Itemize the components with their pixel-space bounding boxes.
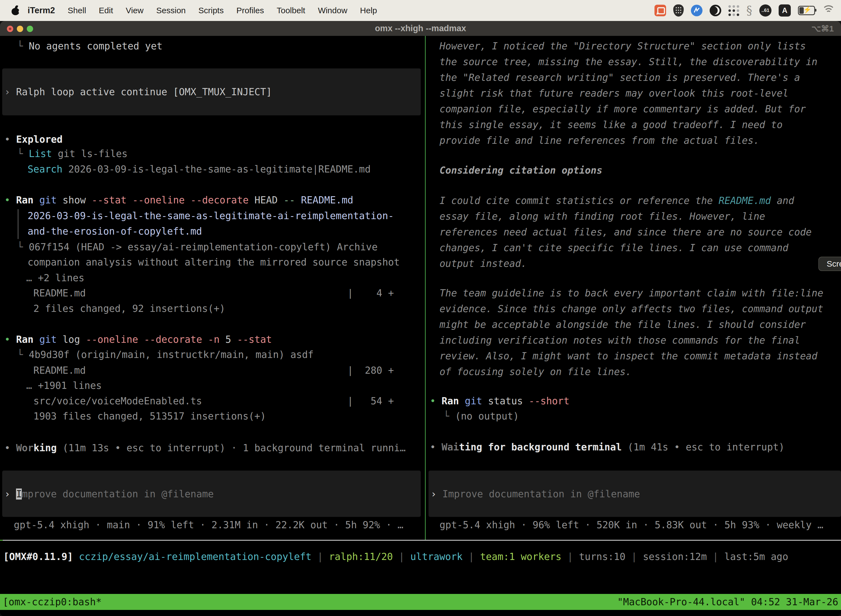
ran-git-show: • Ran git show --stat --oneline --decora… [4, 192, 353, 208]
menu-status-icons: § ..61 A ⚡ [655, 4, 835, 16]
menu-item-session[interactable]: Session [156, 6, 186, 15]
terminal-line: README.md | 4 + [28, 285, 394, 301]
blue-badge-icon[interactable] [691, 5, 702, 16]
omx-status-bar: [OMX#0.11.9] cczip/essay/ai-reimplementa… [3, 549, 788, 565]
right-model-status: gpt-5.4 xhigh · 96% left · 520K in · 5.8… [440, 517, 823, 533]
menu-item-view[interactable]: View [126, 6, 144, 15]
dark-moon-icon[interactable] [710, 5, 721, 16]
terminal-line: … +1901 lines [26, 378, 102, 393]
explored-list-line: └ List git ls-files [17, 146, 127, 162]
terminal-line: └ (no output) [443, 408, 519, 424]
terminal-line: companion file, especially if more comme… [440, 101, 806, 117]
right-prompt-text: › Improve documentation in @filename [431, 486, 640, 502]
status-separator-accent [0, 540, 3, 541]
ralph-loop-line: › Ralph loop active continue [OMX_TMUX_I… [4, 84, 272, 100]
terminal-line: might be acceptable alongside the file l… [440, 317, 806, 333]
battery-icon[interactable]: ⚡ [798, 6, 815, 15]
explored-header: • Explored [4, 131, 63, 147]
menu-item-help[interactable]: Help [360, 6, 377, 15]
waiting-status: • Waiting for background terminal (1m 41… [430, 439, 784, 455]
terminal-line: references need actual files, and since … [440, 224, 812, 240]
terminal-line: └ 067f154 (HEAD -> essay/ai-reimplementa… [17, 239, 378, 255]
terminal-line: README.md | 280 + [28, 362, 394, 378]
terminal-line: changes, I can't cite specific file line… [440, 240, 788, 256]
terminal-line: the source tree, missing the essay. Stil… [440, 54, 818, 70]
menu-bar: iTerm2ShellEditViewSessionScriptsProfile… [0, 0, 841, 21]
working-status: • Working (11m 13s • esc to interrupt) ·… [4, 440, 406, 456]
terminal-line: └ 4b9d30f (origin/main, instructkr/main,… [17, 347, 314, 363]
reasoning-heading: Considering citation options [440, 162, 602, 178]
shield-grid-icon[interactable] [673, 4, 684, 16]
terminal-line: this single essay, it seems like a good … [440, 117, 782, 133]
dots-grid-icon[interactable] [728, 5, 739, 16]
screen-notification-tooltip[interactable]: Scre [818, 257, 841, 271]
terminal-line: 2 files changed, 92 insertions(+) [28, 301, 225, 317]
explored-search-line: Search 2026-03-09-is-legal-the-same-as-l… [28, 161, 371, 177]
tmux-session-label: [omx-cczip0:bash* [3, 594, 101, 610]
terminal-line: essay file, along with finding root file… [440, 208, 765, 224]
terminal-line: The team guideline is to back every impo… [440, 285, 823, 301]
terminal-line: … +2 lines [26, 270, 84, 286]
terminal-line: output instead. [440, 255, 527, 271]
terminal-line: and-the-erosion-of-copyleft.md [28, 223, 202, 239]
terminal-line: I could cite commit statistics or refere… [440, 193, 794, 209]
assistant-label: A [782, 6, 787, 15]
menu-item-scripts[interactable]: Scripts [198, 6, 224, 15]
tmux-host-clock: "MacBook-Pro-44.local" 04:52 31-Mar-26 [617, 594, 838, 610]
terminal-line: companion analysis without altering the … [28, 254, 400, 270]
terminal-line: including verification notes with those … [440, 332, 800, 348]
terminal-line: review. Also, I might want to inspect th… [440, 348, 818, 364]
left-model-status: gpt-5.4 xhigh · main · 91% left · 2.31M … [14, 517, 403, 533]
menu-item-shell[interactable]: Shell [67, 6, 86, 15]
status-separator-line [0, 540, 841, 541]
ran-git-log: • Ran git log --oneline --decorate -n 5 … [4, 331, 272, 348]
ran-git-status: • Ran git status --short [430, 393, 570, 409]
terminal-line: provide file and line references from th… [440, 132, 759, 148]
pane-divider[interactable] [425, 36, 426, 540]
menu-item-toolbelt[interactable]: Toolbelt [277, 6, 305, 15]
squiggle-icon[interactable]: § [746, 5, 752, 16]
menu-item-iterm2[interactable]: iTerm2 [28, 6, 55, 15]
terminal-content: └ No agents completed yet› Ralph loop ac… [0, 0, 841, 616]
left-prompt-text: › Improve documentation in @filename [4, 486, 214, 502]
tooltip-text: Scre [827, 259, 841, 268]
terminal-line: However, I noticed the "Directory Struct… [440, 38, 806, 54]
assistant-icon[interactable]: A [779, 4, 791, 16]
menu-item-edit[interactable]: Edit [99, 6, 113, 15]
agents-status-line: └ No agents completed yet [17, 38, 163, 54]
menu-item-profiles[interactable]: Profiles [236, 6, 264, 15]
gauge-icon[interactable]: ..61 [759, 4, 771, 16]
apple-menu[interactable] [11, 5, 21, 16]
gauge-label: ..61 [762, 8, 769, 13]
menu-item-window[interactable]: Window [318, 6, 347, 15]
terminal-line: 2026-03-09-is-legal-the-same-as-legitima… [28, 208, 394, 224]
terminal-line: slight risk that future readers may over… [440, 85, 788, 101]
terminal-line: of focusing solely on file lines. [440, 364, 631, 380]
messages-icon[interactable] [655, 5, 666, 16]
tmux-status-bar: [omx-cczip0:bash* "MacBook-Pro-44.local"… [0, 594, 841, 610]
terminal-line: src/voice/voiceModeEnabled.ts | 54 + [28, 393, 394, 409]
terminal-line: 1903 files changed, 513517 insertions(+) [28, 408, 266, 424]
terminal-line: evidence. Since this change only affects… [440, 301, 823, 317]
tree-continuation-bar [18, 209, 19, 239]
terminal-line: the "Related research writing" section i… [440, 70, 800, 85]
wifi-icon[interactable] [822, 6, 835, 15]
menu-items: iTerm2ShellEditViewSessionScriptsProfile… [28, 6, 377, 15]
desktop: { "menu_bar": { "items": ["iTerm2", "She… [0, 0, 841, 616]
